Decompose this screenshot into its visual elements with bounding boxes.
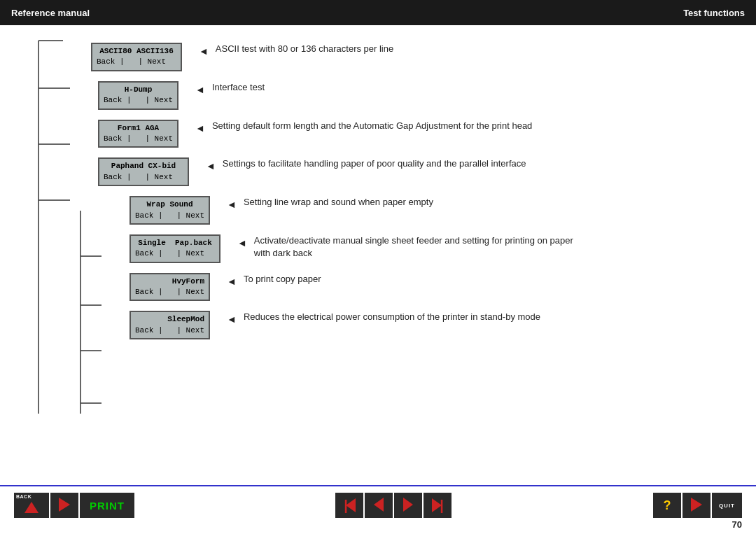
lcd-hvyform-title: HvyForm xyxy=(135,276,204,287)
svg-marker-10 xyxy=(24,502,38,513)
lcd-ascii-nav: Back | | Next xyxy=(97,57,176,67)
header-right: Test functions xyxy=(683,8,745,18)
quit-arrow-icon xyxy=(691,498,702,514)
arrow-single: ◄ xyxy=(237,237,247,248)
lcd-wrap: Wrap Sound Back | | Next xyxy=(130,196,210,225)
help-icon: ? xyxy=(663,498,671,513)
back-arrow-up-icon xyxy=(24,502,38,515)
desc-paphand: Settings to facilitate handling paper of… xyxy=(223,157,526,170)
header-bar: Reference manual Test functions xyxy=(0,0,756,25)
desc-ascii: ASCII test with 80 or 136 characters per… xyxy=(216,43,393,55)
box-sleepmod: SleepMod Back | | Next xyxy=(130,311,210,339)
svg-marker-13 xyxy=(374,498,384,512)
lcd-single: Single Pap.back Back | | Next xyxy=(130,234,220,263)
lcd-paphand-title: Paphand CX-bid xyxy=(104,161,183,171)
row-hdump: H-Dump Back | | Next ◄ Interface test xyxy=(98,81,728,110)
footer-right-controls: ? QUIT xyxy=(653,493,742,518)
desc-hvyform: To print copy paper xyxy=(244,273,321,286)
desc-hdump: Interface test xyxy=(212,81,265,94)
lcd-paphand-nav: Back | | Next xyxy=(104,172,183,183)
lcd-wrap-title: Wrap Sound xyxy=(135,199,204,210)
help-button[interactable]: ? xyxy=(653,493,681,518)
header-left: Reference manual xyxy=(11,8,90,18)
lcd-hdump: H-Dump Back | | Next xyxy=(98,81,178,110)
forward-button[interactable] xyxy=(50,493,78,518)
lcd-form1: Form1 AGA Back | | Next xyxy=(98,120,178,148)
back-button[interactable]: BACK xyxy=(14,493,49,518)
footer-inner: BACK PRINT | xyxy=(0,486,756,524)
quit-button[interactable]: QUIT xyxy=(712,493,742,518)
svg-marker-11 xyxy=(59,498,70,512)
prev-page-icon xyxy=(374,498,384,514)
lcd-form1-title: Form1 AGA xyxy=(104,123,173,134)
print-button[interactable]: PRINT xyxy=(80,493,134,518)
box-ascii: ASCII80 ASCII136 Back | | Next xyxy=(91,43,182,71)
row-single: Single Pap.back Back | | Next ◄ Activate… xyxy=(130,234,728,263)
arrow-paphand: ◄ xyxy=(206,160,216,171)
first-page-button[interactable]: | xyxy=(335,493,363,518)
arrow-wrap: ◄ xyxy=(227,199,237,210)
svg-marker-14 xyxy=(403,498,413,512)
row-form1: Form1 AGA Back | | Next ◄ Setting defaul… xyxy=(98,120,728,148)
page-number: 70 xyxy=(732,519,742,530)
arrow-form1: ◄ xyxy=(195,122,205,134)
last-page-icon: | xyxy=(432,498,444,512)
row-ascii: ASCII80 ASCII136 Back | | Next ◄ ASCII t… xyxy=(91,43,728,71)
lcd-sleepmod-nav: Back | | Next xyxy=(135,325,204,336)
desc-wrap: Setting line wrap and sound when paper e… xyxy=(244,196,433,209)
quit-label: QUIT xyxy=(719,503,735,509)
lcd-ascii: ASCII80 ASCII136 Back | | Next xyxy=(91,43,182,71)
lcd-hdump-title: H-Dump xyxy=(104,85,173,95)
box-form1: Form1 AGA Back | | Next xyxy=(98,120,178,148)
box-single: Single Pap.back Back | | Next xyxy=(130,234,220,263)
lcd-hvyform: HvyForm Back | | Next xyxy=(130,273,210,302)
first-page-icon: | xyxy=(344,498,356,512)
svg-marker-16 xyxy=(691,498,702,512)
footer-center-controls: | | xyxy=(335,493,451,518)
lcd-wrap-nav: Back | | Next xyxy=(135,211,204,221)
next-page-icon xyxy=(403,498,413,514)
next-page-button[interactable] xyxy=(394,493,422,518)
footer: BACK PRINT | xyxy=(0,485,756,534)
box-paphand: Paphand CX-bid Back | | Next xyxy=(98,157,189,186)
box-wrap: Wrap Sound Back | | Next xyxy=(130,196,210,225)
lcd-single-title: Single Pap.back xyxy=(135,238,215,248)
box-hvyform: HvyForm Back | | Next xyxy=(130,273,210,302)
print-label: PRINT xyxy=(90,500,125,512)
diagram-content: ASCII80 ASCII136 Back | | Next ◄ ASCII t… xyxy=(28,43,728,349)
desc-single: Activate/deactivate manual single sheet … xyxy=(254,234,590,260)
back-label: BACK xyxy=(16,494,31,499)
lcd-sleepmod: SleepMod Back | | Next xyxy=(130,311,210,339)
arrow-sleepmod: ◄ xyxy=(227,314,237,325)
main-content: ASCII80 ASCII136 Back | | Next ◄ ASCII t… xyxy=(0,25,756,485)
arrow-ascii: ◄ xyxy=(199,45,209,57)
desc-form1: Setting default form length and the Auto… xyxy=(212,120,532,132)
lcd-hvyform-nav: Back | | Next xyxy=(135,287,204,297)
arrow-hdump: ◄ xyxy=(195,84,205,95)
lcd-form1-nav: Back | | Next xyxy=(104,134,173,144)
lcd-single-nav: Back | | Next xyxy=(135,248,215,259)
lcd-ascii-title: ASCII80 ASCII136 xyxy=(97,46,176,57)
row-sleepmod: SleepMod Back | | Next ◄ Reduces the ele… xyxy=(130,311,728,339)
quit-arrow-button[interactable] xyxy=(682,493,710,518)
footer-left-controls: BACK PRINT xyxy=(14,493,134,518)
arrow-hvyform: ◄ xyxy=(227,276,237,287)
last-page-button[interactable]: | xyxy=(424,493,451,518)
lcd-paphand: Paphand CX-bid Back | | Next xyxy=(98,157,189,186)
desc-sleepmod: Reduces the electrical power consumption… xyxy=(244,311,540,323)
lcd-hdump-nav: Back | | Next xyxy=(104,95,173,106)
box-hdump: H-Dump Back | | Next xyxy=(98,81,178,110)
row-paphand: Paphand CX-bid Back | | Next ◄ Settings … xyxy=(98,157,728,186)
svg-marker-12 xyxy=(346,498,356,512)
row-wrap: Wrap Sound Back | | Next ◄ Setting line … xyxy=(130,196,728,225)
forward-arrow-icon xyxy=(59,498,70,514)
lcd-sleepmod-title: SleepMod xyxy=(135,314,204,325)
prev-page-button[interactable] xyxy=(365,493,393,518)
row-hvyform: HvyForm Back | | Next ◄ To print copy pa… xyxy=(130,273,728,302)
